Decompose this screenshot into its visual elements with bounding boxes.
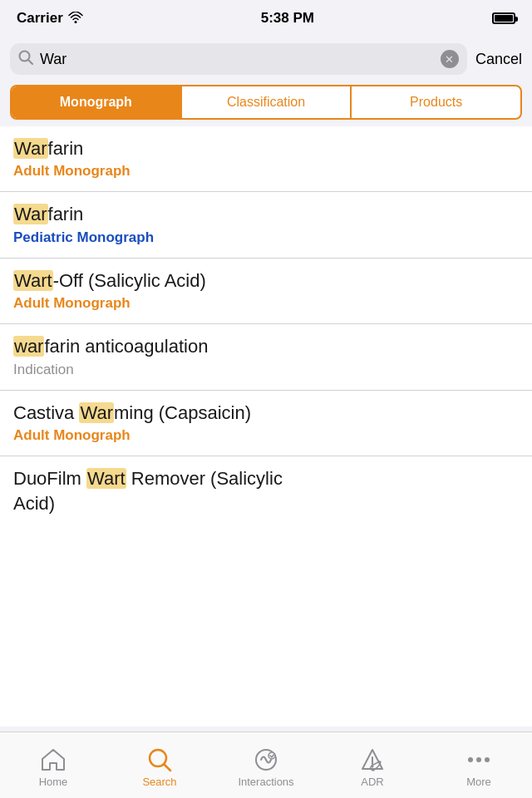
svg-point-11 — [485, 757, 490, 762]
results-list: Warfarin Adult Monograph Warfarin Pediat… — [0, 126, 532, 727]
battery-icon — [492, 12, 515, 24]
svg-point-10 — [476, 757, 481, 762]
clear-button[interactable]: ✕ — [441, 50, 459, 68]
more-icon — [466, 747, 491, 772]
result-name: Warfarin — [13, 138, 519, 160]
status-bar: Carrier 5:38 PM — [0, 0, 532, 37]
wifi-icon — [68, 12, 83, 26]
carrier-label: Carrier — [17, 10, 63, 27]
search-input-container: ✕ — [10, 43, 467, 75]
result-type: Indication — [13, 362, 519, 378]
list-item[interactable]: Castiva Warming (Capsaicin) Adult Monogr… — [0, 391, 532, 456]
highlight-text: War — [13, 138, 48, 159]
tab-more-label: More — [466, 776, 491, 788]
list-item[interactable]: Warfarin Adult Monograph — [0, 126, 532, 192]
svg-point-9 — [468, 757, 473, 762]
result-type: Adult Monograph — [13, 427, 519, 444]
svg-line-2 — [28, 60, 32, 64]
tab-bar: Home Search Interactions — [0, 732, 532, 798]
result-name: Wart-Off (Salicylic Acid) — [13, 270, 519, 292]
result-name: warfarin anticoagulation — [13, 336, 519, 357]
tab-search-label: Search — [142, 776, 176, 788]
tab-interactions[interactable]: Interactions — [213, 742, 319, 788]
result-type: Adult Monograph — [13, 163, 519, 180]
status-time: 5:38 PM — [261, 10, 314, 27]
list-item[interactable]: DuoFilm Wart Remover (Salicylic Acid) — [0, 456, 532, 530]
cancel-button[interactable]: Cancel — [475, 51, 522, 68]
home-icon — [41, 747, 66, 772]
svg-line-4 — [164, 764, 170, 771]
list-item[interactable]: warfarin anticoagulation Indication — [0, 324, 532, 390]
result-name: DuoFilm Wart Remover (Salicylic — [13, 468, 519, 490]
interactions-icon — [254, 747, 278, 772]
segment-control: Monograph Classification Products — [10, 85, 522, 120]
tab-adr-label: ADR — [361, 776, 383, 788]
svg-point-0 — [74, 21, 76, 23]
result-name-continuation: Acid) — [13, 493, 519, 515]
svg-point-6 — [268, 752, 275, 759]
search-tab-icon — [147, 747, 172, 772]
highlight-text: War — [79, 402, 114, 423]
result-name: Warfarin — [13, 204, 519, 225]
segment-monograph[interactable]: Monograph — [12, 86, 182, 118]
segment-classification[interactable]: Classification — [182, 86, 352, 118]
search-input[interactable] — [40, 51, 434, 68]
search-icon — [18, 50, 33, 68]
tab-home[interactable]: Home — [0, 742, 106, 788]
highlight-text: Wart — [86, 468, 126, 489]
highlight-text: War — [13, 204, 48, 224]
tab-interactions-label: Interactions — [238, 776, 293, 788]
status-right — [492, 12, 515, 24]
result-type: Adult Monograph — [13, 295, 519, 312]
list-item[interactable]: Wart-Off (Salicylic Acid) Adult Monograp… — [0, 259, 532, 324]
highlight-text: war — [13, 336, 44, 357]
tab-search[interactable]: Search — [106, 742, 213, 788]
tab-adr[interactable]: ADR — [319, 742, 426, 788]
result-name: Castiva Warming (Capsaicin) — [13, 402, 519, 424]
adr-icon — [360, 747, 385, 772]
tab-home-label: Home — [39, 776, 68, 788]
highlight-text: Wart — [13, 270, 53, 291]
status-left: Carrier — [17, 10, 83, 27]
search-bar: ✕ Cancel — [0, 37, 532, 81]
segment-products[interactable]: Products — [352, 86, 520, 118]
result-type: Pediatric Monograph — [13, 229, 519, 246]
list-item[interactable]: Warfarin Pediatric Monograph — [0, 192, 532, 258]
tab-more[interactable]: More — [426, 742, 532, 788]
